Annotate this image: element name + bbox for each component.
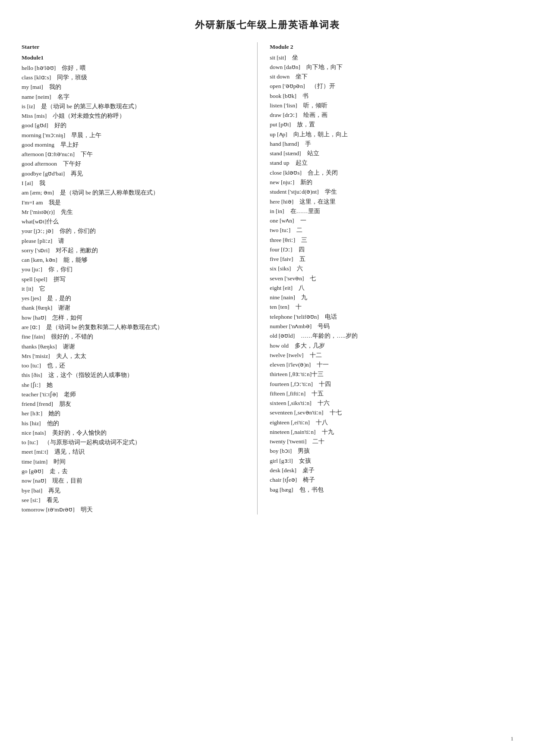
list-item: I [ai] 我 [22, 179, 249, 188]
list-item: fourteen [,fɔː'tiːn] 十四 [270, 380, 513, 389]
list-item: good afternoon 下午好 [22, 159, 249, 169]
list-item: thanks [θæŋks] 谢谢 [22, 342, 249, 351]
list-item: Mr ['mistə(r)] 先生 [22, 207, 249, 217]
list-item: please [pliːz] 请 [22, 236, 249, 246]
list-item: it [it] 它 [22, 284, 249, 294]
list-item: meet [miːt] 遇见，结识 [22, 447, 249, 457]
list-item: listen ['lisn] 听，倾听 [270, 101, 513, 110]
list-item: class [klɑːs] 同学，班级 [22, 73, 249, 82]
list-item: thirteen [,θɜː'tiːn]十三 [270, 370, 513, 379]
list-item: name [neim] 名字 [22, 92, 249, 102]
list-item: chair [tʃeə] 椅子 [270, 475, 513, 485]
list-item: number ['nʌmbə] 号码 [270, 322, 513, 331]
list-item: now [naʊ] 现在，目前 [22, 476, 249, 486]
list-item: down [daʊn] 向下地，向下 [270, 63, 513, 72]
list-item: open ['əʊpən] （打）开 [270, 82, 513, 91]
list-item: fine [fain] 很好的，不错的 [22, 332, 249, 342]
list-item: friend [frend] 朋友 [22, 399, 249, 409]
list-item: his [hiz] 他的 [22, 419, 249, 428]
list-item: six [siks] 六 [270, 264, 513, 273]
list-item: sit down 坐下 [270, 72, 513, 82]
list-item: my [mai] 我的 [22, 82, 249, 92]
list-item: up [ʌp] 向上地，朝上，向上 [270, 130, 513, 139]
list-item: are [ɑː] 是（动词 be 的复数和第二人称单数现在式） [22, 323, 249, 332]
list-item: two [tuː] 二 [270, 226, 513, 235]
list-item: put [pʊt] 放，置 [270, 120, 513, 129]
list-item: tomorrow [tə'mɒrəʊ] 明天 [22, 505, 249, 514]
list-item: Mrs ['misiz] 夫人，太太 [22, 351, 249, 361]
list-item: book [bʊk] 书 [270, 91, 513, 101]
list-item: Miss [mis] 小姐（对未婚女性的称呼） [22, 111, 249, 121]
list-item: eleven [i'lev(ə)n] 十一 [270, 360, 513, 370]
list-item: fifteen [,fiftiːn] 十五 [270, 389, 513, 398]
list-item: in [in] 在……里面 [270, 207, 513, 216]
list-item: four [fɔː] 四 [270, 245, 513, 254]
list-item: what[wɒt]什么 [22, 217, 249, 226]
list-item: your [jɔː; jə] 你的，你们的 [22, 226, 249, 236]
list-item: good [gʊd] 好的 [22, 121, 249, 130]
right-word-list: sit [sit] 坐down [daʊn] 向下地，向下sit down 坐下… [270, 53, 513, 495]
list-item: can [kæn, kən] 能，能够 [22, 255, 249, 265]
list-item: to [tuː] （与原形动词一起构成动词不定式） [22, 438, 249, 447]
left-word-list: hello [hə'ləʊ] 你好，喂class [klɑːs] 同学，班级my… [22, 63, 249, 514]
list-item: twelve [twelv] 十二 [270, 351, 513, 360]
list-item: yes [jes] 是，是的 [22, 294, 249, 303]
list-item: close [kləʊs] 合上，关闭 [270, 168, 513, 178]
page-title: 外研新版七年级上册英语单词表 [22, 17, 513, 33]
list-item: afternoon [ɑːftə'nuːn] 下午 [22, 150, 249, 159]
list-item: nine [nain] 九 [270, 293, 513, 302]
page-number: 1 [511, 734, 514, 743]
list-item: she [ʃiː] 她 [22, 380, 249, 390]
list-item: nineteen [,nain'tiːn] 十九 [270, 427, 513, 437]
list-item: seventeen [,sevən'tiːn] 十七 [270, 408, 513, 417]
list-item: spell [spel] 拼写 [22, 275, 249, 284]
list-item: telephone ['telifəʊn] 电话 [270, 312, 513, 322]
list-item: is [iz] 是（动词 be 的第三人称单数现在式） [22, 102, 249, 111]
list-item: too [tuː] 也，还 [22, 361, 249, 370]
list-item: I'm=I am 我是 [22, 198, 249, 207]
list-item: boy [bɔi] 男孩 [270, 446, 513, 456]
list-item: time [taim] 时间 [22, 457, 249, 467]
list-item: bye [bai] 再见 [22, 486, 249, 496]
section-module1: Module1 [22, 53, 249, 63]
list-item: draw [drɔː] 绘画，画 [270, 110, 513, 120]
list-item: five [faiv] 五 [270, 254, 513, 264]
list-item: sorry ['sɒri] 对不起，抱歉的 [22, 246, 249, 255]
list-item: morning ['mɔːniŋ] 早晨，上午 [22, 131, 249, 140]
list-item: ten [ten] 十 [270, 302, 513, 312]
list-item: good morning 早上好 [22, 140, 249, 150]
list-item: thank [θæŋk] 谢谢 [22, 303, 249, 313]
list-item: goodbye [gʊd'bai] 再见 [22, 169, 249, 179]
list-item: hello [hə'ləʊ] 你好，喂 [22, 63, 249, 73]
list-item: twenty ['twenti] 二十 [270, 437, 513, 446]
list-item: eight [eit] 八 [270, 283, 513, 293]
list-item: here [hiə] 这里，在这里 [270, 197, 513, 207]
list-item: old [əʊld] ……年龄的，…..岁的 [270, 331, 513, 341]
section-module2: Module 2 [270, 42, 513, 52]
list-item: sit [sit] 坐 [270, 53, 513, 63]
section-starter: Starter [22, 42, 249, 52]
list-item: sixteen [,siks'tiːn] 十六 [270, 398, 513, 408]
list-item: student ['stjuːd(ə)nt] 学生 [270, 187, 513, 197]
list-item: seven ['sevən] 七 [270, 274, 513, 283]
left-column: Starter Module1 hello [hə'ləʊ] 你好，喂class… [22, 42, 258, 514]
list-item: stand up 起立 [270, 158, 513, 168]
list-item: nice [nais] 美好的，令人愉快的 [22, 428, 249, 438]
list-item: how old 多大，几岁 [270, 341, 513, 351]
list-item: her [hɜː] 她的 [22, 409, 249, 418]
list-item: three [θriː] 三 [270, 235, 513, 245]
list-item: girl [gɜːl] 女孩 [270, 456, 513, 466]
list-item: see [siː] 看见 [22, 496, 249, 505]
list-item: one [wʌn] 一 [270, 216, 513, 226]
list-item: new [njuː] 新的 [270, 178, 513, 187]
list-item: go [gəʊ] 走，去 [22, 467, 249, 476]
list-item: stand [stænd] 站立 [270, 149, 513, 158]
list-item: this [ðis] 这，这个（指较近的人或事物） [22, 370, 249, 380]
list-item: am [æm; əm] 是（动词 be 的第三人称单数现在式） [22, 188, 249, 198]
list-item: eighteen [,ei'tiːn] 十八 [270, 418, 513, 427]
list-item: bag [bæg] 包，书包 [270, 485, 513, 495]
list-item: you [juː] 你，你们 [22, 265, 249, 274]
right-column: Module 2 sit [sit] 坐down [daʊn] 向下地，向下si… [258, 42, 513, 514]
list-item: hand [hænd] 手 [270, 139, 513, 149]
list-item: teacher ['tiːtʃə] 老师 [22, 390, 249, 399]
